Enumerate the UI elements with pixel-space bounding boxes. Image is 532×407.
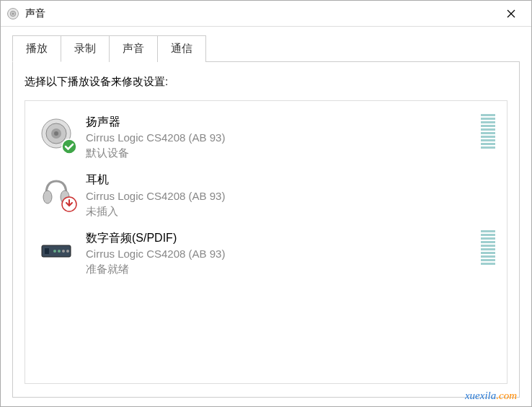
level-meter	[481, 230, 495, 266]
device-description: Cirrus Logic CS4208 (AB 93)	[86, 246, 474, 261]
svg-point-9	[62, 139, 76, 154]
svg-point-8	[54, 131, 58, 136]
close-button[interactable]	[497, 2, 526, 25]
device-status: 准备就绪	[86, 261, 474, 276]
device-description: Cirrus Logic CS4208 (AB 93)	[86, 130, 474, 145]
unplugged-icon	[61, 196, 77, 212]
device-info: 扬声器 Cirrus Logic CS4208 (AB 93) 默认设备	[86, 114, 474, 160]
svg-rect-14	[45, 248, 49, 254]
playback-panel: 选择以下播放设备来修改设置:	[12, 61, 520, 398]
headphones-icon	[37, 172, 76, 211]
device-info: 耳机 Cirrus Logic CS4208 (AB 93) 未插入	[86, 172, 495, 218]
device-item-digital[interactable]: 数字音频(S/PDIF) Cirrus Logic CS4208 (AB 93)…	[25, 224, 507, 282]
device-list[interactable]: 扬声器 Cirrus Logic CS4208 (AB 93) 默认设备	[25, 100, 507, 384]
svg-point-15	[53, 250, 56, 253]
tab-communications[interactable]: 通信	[157, 35, 206, 62]
device-name: 扬声器	[86, 114, 474, 130]
sound-dialog: 声音 播放 录制 声音 通信 选择以下播放设备来修改设置:	[0, 0, 532, 407]
svg-point-16	[58, 250, 61, 253]
device-description: Cirrus Logic CS4208 (AB 93)	[86, 188, 495, 204]
watermark: xuexila.com	[465, 390, 517, 402]
digital-audio-icon	[37, 230, 76, 269]
titlebar: 声音	[1, 1, 531, 27]
sound-icon	[6, 7, 19, 20]
device-item-speaker[interactable]: 扬声器 Cirrus Logic CS4208 (AB 93) 默认设备	[25, 108, 507, 166]
device-status: 默认设备	[86, 145, 474, 160]
tab-playback[interactable]: 播放	[12, 35, 61, 62]
device-info: 数字音频(S/PDIF) Cirrus Logic CS4208 (AB 93)…	[86, 230, 474, 276]
watermark-text-2: .com	[496, 390, 517, 401]
instruction-text: 选择以下播放设备来修改设置:	[25, 75, 507, 89]
tab-recording[interactable]: 录制	[61, 35, 110, 62]
svg-point-18	[66, 250, 69, 253]
svg-point-17	[62, 250, 65, 253]
watermark-text-1: xuexila	[465, 390, 496, 401]
device-status: 未插入	[86, 204, 495, 219]
device-name: 耳机	[86, 172, 495, 188]
speaker-icon	[37, 114, 76, 153]
svg-point-10	[43, 191, 52, 204]
window-title: 声音	[25, 7, 497, 20]
device-item-headphones[interactable]: 耳机 Cirrus Logic CS4208 (AB 93) 未插入	[25, 166, 507, 224]
default-check-icon	[61, 139, 77, 154]
tabs: 播放 录制 声音 通信	[12, 35, 520, 62]
level-meter	[481, 114, 495, 150]
tab-sounds[interactable]: 声音	[109, 35, 158, 62]
svg-point-2	[12, 12, 14, 14]
dialog-content: 播放 录制 声音 通信 选择以下播放设备来修改设置:	[1, 27, 531, 406]
device-name: 数字音频(S/PDIF)	[86, 230, 474, 246]
